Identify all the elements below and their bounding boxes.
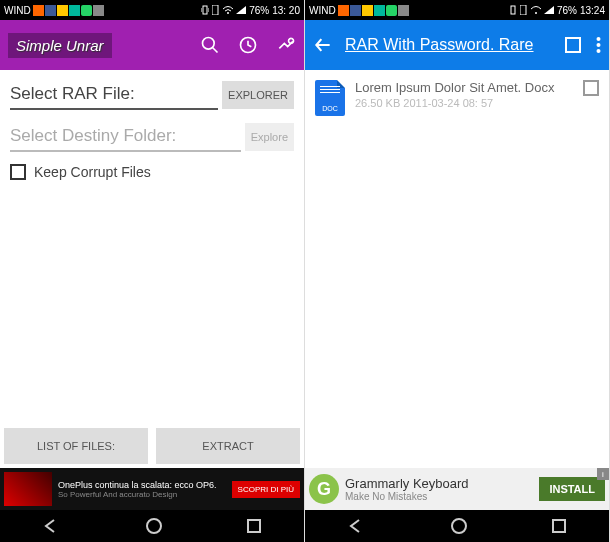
svg-rect-18 (553, 520, 565, 532)
svg-line-6 (213, 48, 218, 53)
notif-icon (374, 5, 385, 16)
whatsapp-icon (81, 5, 92, 16)
svg-point-17 (452, 519, 466, 533)
svg-rect-13 (566, 38, 580, 52)
app-title: Simple Unrar (8, 33, 112, 58)
select-all-icon[interactable] (564, 36, 582, 54)
signal-icon (544, 6, 554, 14)
main-content: Select RAR File: EXPLORER Select Destiny… (0, 70, 304, 468)
notif-icon (69, 5, 80, 16)
ad-sub: Make No Mistakes (345, 491, 533, 502)
recent-nav-icon[interactable] (551, 518, 567, 534)
history-icon[interactable] (238, 35, 258, 55)
ad-image (4, 472, 52, 506)
notif-icon (338, 5, 349, 16)
file-name: Lorem Ipsum Dolor Sit Amet. Docx (355, 80, 573, 95)
status-bar: WIND 76% 13: 20 (0, 0, 304, 20)
svg-rect-11 (520, 5, 526, 15)
file-meta: 26.50 KB 2011-03-24 08: 57 (355, 97, 573, 109)
select-rar-field[interactable]: Select RAR File: (10, 80, 218, 110)
home-nav-icon[interactable] (450, 517, 468, 535)
list-files-button[interactable]: LIST OF FILES: (4, 428, 148, 464)
status-bar: WIND 76% 13:24 (305, 0, 609, 20)
phone-left: WIND 76% 13: 20 Simple Unrar (0, 0, 305, 542)
svg-point-8 (147, 519, 161, 533)
ad-line2: So Powerful And accurato Design (58, 490, 226, 499)
notif-icon (362, 5, 373, 16)
notif-icon (398, 5, 409, 16)
svg-rect-3 (212, 5, 218, 15)
vibrate-icon (201, 5, 209, 15)
home-nav-icon[interactable] (145, 517, 163, 535)
explore-button[interactable]: Explore (245, 123, 294, 151)
ad-title: Grammarly Keyboard (345, 476, 533, 491)
cell-icon (212, 5, 220, 15)
svg-point-15 (597, 43, 601, 47)
battery-label: 76% (557, 5, 577, 16)
svg-rect-0 (203, 6, 207, 14)
notif-icon (33, 5, 44, 16)
carrier-label: WIND (309, 5, 336, 16)
ad-banner[interactable]: OnePlus continua la scalata: ecco OP6. S… (0, 468, 304, 510)
recent-nav-icon[interactable] (246, 518, 262, 534)
carrier-label: WIND (4, 5, 31, 16)
vibrate-icon (509, 5, 517, 15)
app-bar: RAR With Password. Rare (305, 20, 609, 70)
file-row[interactable]: DOC Lorem Ipsum Dolor Sit Amet. Docx 26.… (305, 70, 609, 126)
select-dest-field[interactable]: Select Destiny Folder: (10, 122, 241, 152)
time-label: 13:24 (580, 5, 605, 16)
ad-close-icon[interactable]: i (597, 468, 609, 480)
svg-point-12 (535, 12, 537, 14)
cell-icon (520, 5, 528, 15)
svg-point-5 (203, 38, 215, 50)
notif-icon (45, 5, 56, 16)
keep-corrupt-checkbox[interactable] (10, 164, 26, 180)
back-icon[interactable] (313, 35, 333, 55)
app-bar: Simple Unrar (0, 20, 304, 70)
keep-corrupt-label: Keep Corrupt Files (34, 164, 151, 180)
ad-install-button[interactable]: INSTALL (539, 477, 605, 501)
whatsapp-icon (386, 5, 397, 16)
more-icon[interactable] (596, 36, 601, 54)
notif-icon (57, 5, 68, 16)
app-title: RAR With Password. Rare (345, 36, 552, 54)
signal-icon (236, 6, 246, 14)
ad-cta[interactable]: SCOPRI DI PIÙ (232, 481, 300, 498)
back-nav-icon[interactable] (347, 518, 367, 534)
doc-file-icon: DOC (315, 80, 345, 116)
explorer-button[interactable]: EXPLORER (222, 81, 294, 109)
wifi-icon (223, 6, 233, 14)
svg-rect-9 (248, 520, 260, 532)
svg-point-16 (597, 49, 601, 53)
nav-bar (305, 510, 609, 542)
battery-label: 76% (249, 5, 269, 16)
nav-bar (0, 510, 304, 542)
wifi-icon (531, 6, 541, 14)
settings-icon[interactable] (276, 35, 296, 55)
notif-icon (93, 5, 104, 16)
svg-point-14 (597, 37, 601, 41)
svg-point-4 (227, 12, 229, 14)
back-nav-icon[interactable] (42, 518, 62, 534)
notif-icon (350, 5, 361, 16)
file-checkbox[interactable] (583, 80, 599, 96)
ad-line1: OnePlus continua la scalata: ecco OP6. (58, 480, 226, 490)
phone-right: WIND 76% 13:24 RAR With Password. Rare (305, 0, 610, 542)
main-content: DOC Lorem Ipsum Dolor Sit Amet. Docx 26.… (305, 70, 609, 468)
search-icon[interactable] (200, 35, 220, 55)
extract-button[interactable]: EXTRACT (156, 428, 300, 464)
ad-banner[interactable]: G Grammarly Keyboard Make No Mistakes IN… (305, 468, 609, 510)
grammarly-icon: G (309, 474, 339, 504)
time-label: 13: 20 (272, 5, 300, 16)
svg-rect-10 (511, 6, 515, 14)
